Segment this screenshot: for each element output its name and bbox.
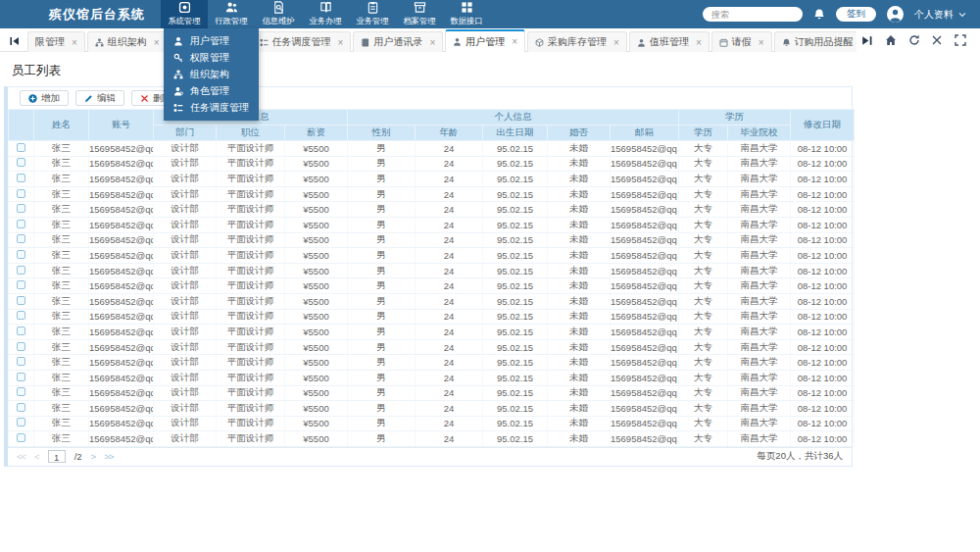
current-page-input[interactable]: 1 [48,450,66,463]
cell: 未婚 [548,385,611,401]
table-row[interactable]: 张三156958452@qq…设计部平面设计师¥5500男2495.02.15未… [9,339,855,355]
bell-icon[interactable] [813,8,825,21]
tab-close-icon[interactable]: × [429,37,435,48]
menu-item-org-structure[interactable]: 组织架构 [164,66,259,82]
signin-button[interactable]: 签到 [836,7,876,22]
table-row[interactable]: 张三156958452@qq…设计部平面设计师¥5500男2495.02.15未… [9,202,855,218]
tab-close-icon[interactable]: × [613,37,619,48]
table-row[interactable]: 张三156958452@qq…设计部平面设计师¥5500男2495.02.15未… [9,217,855,232]
tab-scroll-right-button[interactable] [860,34,873,47]
tab-user-management[interactable]: 用户管理× [445,29,525,52]
search-input[interactable] [703,7,803,22]
row-checkbox[interactable] [17,433,25,442]
table-row[interactable]: 张三156958452@qq…设计部平面设计师¥5500男2495.02.15未… [9,416,855,431]
nav-item-administration[interactable]: 行政管理 [208,0,255,28]
table-row[interactable]: 张三156958452@qq…设计部平面设计师¥5500男2495.02.15未… [9,186,855,202]
table-row[interactable]: 张三156958452@qq…设计部平面设计师¥5500男2495.02.15未… [9,309,855,325]
edit-button[interactable]: 编辑 [75,90,124,106]
table-row[interactable]: 张三156958452@qq…设计部平面设计师¥5500男2495.02.15未… [9,278,855,294]
tab-duty-management[interactable]: 值班管理× [629,31,710,52]
tab-purchase-inventory[interactable]: 采购库存管理× [527,31,627,52]
nav-item-label: 系统管理 [168,16,200,27]
table-row[interactable]: 张三156958452@qq…设计部平面设计师¥5500男2495.02.15未… [9,370,855,385]
profile-label: 个人资料 [914,8,954,22]
row-checkbox[interactable] [17,234,25,243]
cell: 大专 [679,217,728,232]
first-page-button[interactable]: << [17,451,25,462]
tab-supplies-reminder[interactable]: 订购用品提醒× [774,31,857,52]
row-checkbox[interactable] [17,158,25,167]
table-row[interactable]: 张三156958452@qq…设计部平面设计师¥5500男2495.02.15未… [9,141,855,157]
employee-list-panel: 增加编辑删除 姓名账号工作信息个人信息学历修改日期部门职位薪资性别年龄出生日期婚… [4,86,853,467]
tab-close-icon[interactable]: × [759,37,764,48]
cell: 95.02.15 [483,416,548,431]
tab-user-contacts[interactable]: 用户通讯录× [353,31,443,52]
table-row[interactable]: 张三156958452@qq…设计部平面设计师¥5500男2495.02.15未… [9,232,855,248]
nav-item-data-interface[interactable]: 数据接口 [443,0,490,28]
refresh-tabs-button[interactable] [908,34,920,46]
table-row[interactable]: 张三156958452@qq…设计部平面设计师¥5500男2495.02.15未… [9,248,855,264]
row-checkbox[interactable] [17,189,25,198]
row-checkbox[interactable] [17,403,25,412]
next-page-button[interactable]: > [91,451,96,462]
row-checkbox[interactable] [17,342,25,351]
table-row[interactable]: 张三156958452@qq…设计部平面设计师¥5500男2495.02.15未… [9,431,855,447]
table-row[interactable]: 张三156958452@qq…设计部平面设计师¥5500男2495.02.15未… [9,401,855,417]
row-checkbox[interactable] [17,373,25,381]
table-row[interactable]: 张三156958452@qq…设计部平面设计师¥5500男2495.02.15未… [9,263,855,278]
row-checkbox[interactable] [17,311,25,320]
last-page-button[interactable]: >> [104,451,113,462]
row-checkbox[interactable] [17,204,25,213]
cell: 张三 [34,325,89,340]
profile-menu[interactable]: 个人资料 [914,8,966,22]
nav-item-info-maintenance[interactable]: 信息维护 [255,0,302,28]
table-row[interactable]: 张三156958452@qq…设计部平面设计师¥5500男2495.02.15未… [9,172,855,187]
row-checkbox[interactable] [17,143,25,152]
row-checkbox[interactable] [17,250,25,259]
checkbox-cell [9,416,34,431]
table-row[interactable]: 张三156958452@qq…设计部平面设计师¥5500男2495.02.15未… [9,156,855,172]
menu-item-user-management[interactable]: 用户管理 [164,32,259,49]
table-row[interactable]: 张三156958452@qq…设计部平面设计师¥5500男2495.02.15未… [9,293,855,309]
menu-item-permission-management[interactable]: 权限管理 [164,49,259,66]
tab-close-icon[interactable]: × [72,37,77,48]
avatar[interactable] [887,6,904,23]
cell: 平面设计师 [217,202,285,218]
row-checkbox[interactable] [17,174,25,182]
table-row[interactable]: 张三156958452@qq…设计部平面设计师¥5500男2495.02.15未… [9,355,855,371]
row-checkbox[interactable] [17,280,25,289]
close-tabs-button[interactable] [931,34,943,46]
add-button[interactable]: 增加 [20,90,69,106]
menu-item-task-schedule-management[interactable]: 任务调度管理 [164,99,259,116]
nav-item-business-handling[interactable]: 业务办理 [302,0,349,28]
cell: 未婚 [548,416,611,431]
prev-page-button[interactable]: < [34,451,39,462]
row-checkbox[interactable] [17,266,25,275]
cell: 大专 [679,232,728,248]
table-row[interactable]: 张三156958452@qq…设计部平面设计师¥5500男2495.02.15未… [9,385,855,401]
tab-close-icon[interactable]: × [154,37,160,48]
cell: 24 [416,278,483,294]
tab-close-icon[interactable]: × [338,37,344,48]
nav-item-business-management[interactable]: 业务管理 [349,0,396,28]
tab-scroll-left-button[interactable] [4,32,25,49]
row-checkbox[interactable] [17,326,25,335]
tab-close-icon[interactable]: × [512,36,517,47]
row-checkbox[interactable] [17,418,25,427]
nav-item-archives-management[interactable]: 档案管理 [396,0,443,28]
row-checkbox[interactable] [17,220,25,228]
nav-item-system-management[interactable]: 系统管理 [161,0,208,28]
row-checkbox[interactable] [17,387,25,396]
tab-leave[interactable]: 请假× [711,31,772,52]
cell: 08-12 10:00 [791,263,855,278]
tab-org-structure[interactable]: 组织架构× [87,31,168,52]
home-tab-button[interactable] [885,34,897,46]
row-checkbox[interactable] [17,296,25,305]
tab-task-schedule-management[interactable]: 任务调度管理× [252,31,352,52]
row-checkbox[interactable] [17,357,25,366]
menu-item-role-management[interactable]: 角色管理 [164,82,259,99]
table-row[interactable]: 张三156958452@qq…设计部平面设计师¥5500男2495.02.15未… [9,325,855,340]
tab-permission-management[interactable]: 限管理× [27,31,85,52]
fullscreen-button[interactable] [955,34,966,46]
tab-close-icon[interactable]: × [696,37,702,48]
